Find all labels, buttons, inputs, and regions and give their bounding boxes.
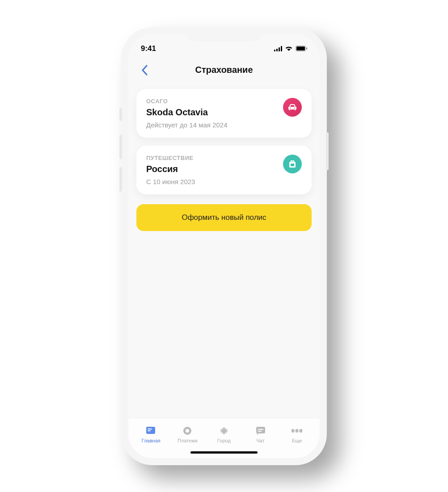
policy-title: Россия bbox=[146, 164, 283, 174]
chat-icon bbox=[255, 425, 266, 436]
policy-card-body: ОСАГО Skoda Octavia Действует до 14 мая … bbox=[146, 98, 283, 129]
nav-header: Страхование bbox=[128, 57, 320, 86]
svg-point-11 bbox=[186, 429, 189, 433]
svg-rect-12 bbox=[256, 427, 265, 433]
policy-category: ОСАГО bbox=[146, 98, 283, 105]
tab-chat[interactable]: Чат bbox=[242, 423, 279, 446]
phone-frame: 9:41 Страхование ОСАГ bbox=[121, 27, 327, 465]
chevron-left-icon bbox=[141, 65, 148, 76]
svg-rect-15 bbox=[292, 429, 295, 432]
tab-payments[interactable]: Платежи bbox=[169, 423, 206, 446]
battery-icon bbox=[296, 46, 307, 51]
side-buttons-left bbox=[119, 108, 122, 200]
svg-rect-8 bbox=[148, 429, 152, 429]
more-icon bbox=[291, 425, 303, 436]
signal-icon bbox=[274, 46, 282, 51]
svg-rect-2 bbox=[279, 47, 280, 51]
status-time: 9:41 bbox=[141, 44, 156, 53]
home-indicator[interactable] bbox=[190, 451, 258, 454]
home-icon bbox=[145, 425, 157, 436]
car-icon bbox=[283, 98, 302, 117]
policy-card-body: ПУТЕШЕСТВИЕ Россия С 10 июня 2023 bbox=[146, 155, 283, 185]
svg-rect-14 bbox=[258, 431, 262, 432]
policy-category: ПУТЕШЕСТВИЕ bbox=[146, 155, 283, 161]
svg-rect-17 bbox=[300, 429, 303, 432]
screen: 9:41 Страхование ОСАГ bbox=[128, 34, 320, 458]
tab-label: Главная bbox=[142, 438, 161, 443]
svg-rect-0 bbox=[274, 50, 275, 51]
notch bbox=[186, 27, 262, 42]
back-button[interactable] bbox=[136, 62, 152, 78]
payments-icon bbox=[182, 425, 193, 436]
svg-rect-5 bbox=[296, 46, 305, 50]
city-icon bbox=[218, 425, 230, 436]
page-title: Страхование bbox=[128, 65, 320, 75]
tab-label: Чат bbox=[256, 438, 264, 443]
tab-label: Город bbox=[217, 438, 231, 443]
new-policy-button[interactable]: Оформить новый полис bbox=[136, 204, 312, 231]
tab-city[interactable]: Город bbox=[206, 423, 242, 446]
svg-rect-13 bbox=[258, 429, 263, 430]
svg-rect-16 bbox=[296, 429, 299, 432]
content: ОСАГО Skoda Octavia Действует до 14 мая … bbox=[128, 86, 320, 418]
policy-card-travel[interactable]: ПУТЕШЕСТВИЕ Россия С 10 июня 2023 bbox=[136, 146, 312, 194]
policy-card-osago[interactable]: ОСАГО Skoda Octavia Действует до 14 мая … bbox=[136, 89, 312, 138]
svg-rect-7 bbox=[146, 427, 155, 434]
policy-subtitle: С 10 июня 2023 bbox=[146, 178, 283, 185]
svg-rect-1 bbox=[276, 49, 278, 51]
svg-rect-3 bbox=[281, 46, 282, 51]
status-right bbox=[274, 46, 307, 51]
tab-label: Платежи bbox=[178, 438, 198, 443]
wifi-icon bbox=[285, 46, 293, 51]
policy-title: Skoda Octavia bbox=[146, 107, 283, 118]
side-buttons-right bbox=[326, 132, 329, 178]
tab-more[interactable]: Еще bbox=[279, 423, 315, 446]
svg-rect-6 bbox=[306, 47, 307, 50]
tab-home[interactable]: Главная bbox=[133, 423, 169, 446]
tab-label: Еще bbox=[292, 438, 302, 443]
policy-subtitle: Действует до 14 мая 2024 bbox=[146, 121, 283, 129]
svg-rect-9 bbox=[148, 430, 151, 431]
luggage-icon bbox=[283, 155, 302, 173]
